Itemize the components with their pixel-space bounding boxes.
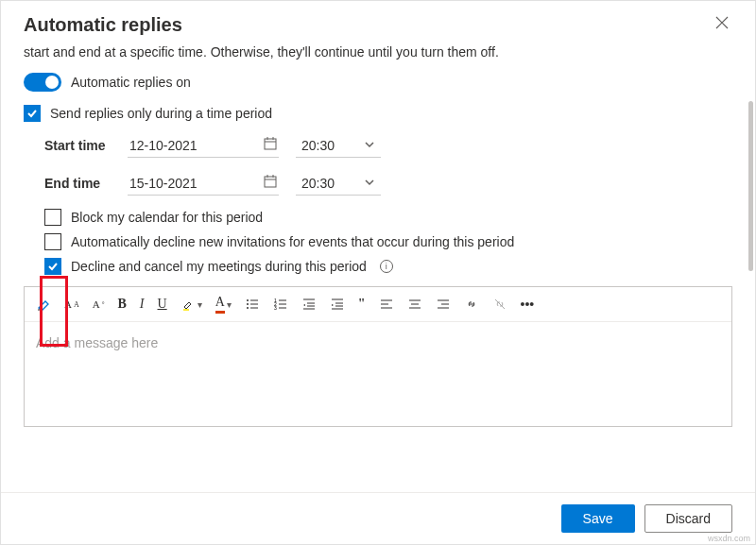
number-list-button[interactable]: 123 — [273, 297, 288, 312]
calendar-icon — [264, 175, 277, 191]
close-icon — [715, 16, 729, 29]
align-right-button[interactable] — [436, 297, 451, 312]
clear-format-button[interactable] — [36, 297, 51, 312]
indent-button[interactable] — [330, 297, 345, 312]
chevron-down-icon — [364, 138, 375, 153]
outdent-button[interactable] — [301, 297, 317, 312]
end-time-value: 20:30 — [301, 176, 335, 191]
auto-decline-checkbox[interactable] — [44, 233, 61, 250]
send-period-label: Send replies only during a time period — [50, 106, 272, 121]
svg-point-9 — [247, 299, 249, 301]
message-editor: AA A° B I U ▾ A▾ 123 " ••• Add a message… — [24, 286, 732, 427]
description-text: start and end at a specific time. Otherw… — [24, 44, 732, 60]
save-button[interactable]: Save — [561, 504, 635, 533]
bold-button[interactable]: B — [118, 297, 127, 312]
align-center-button[interactable] — [407, 297, 422, 312]
unlink-button[interactable] — [492, 297, 507, 312]
auto-replies-toggle[interactable] — [24, 73, 61, 92]
font-size-down-button[interactable]: A° — [93, 298, 105, 310]
underline-button[interactable]: U — [158, 297, 167, 312]
more-button[interactable]: ••• — [521, 297, 535, 312]
svg-point-11 — [247, 307, 249, 309]
start-date-input[interactable]: 12-10-2021 — [128, 133, 279, 158]
auto-decline-label: Automatically decline new invitations fo… — [71, 234, 514, 249]
italic-button[interactable]: I — [140, 297, 145, 312]
dialog-footer: Save Discard — [1, 492, 755, 544]
toggle-label: Automatic replies on — [71, 75, 191, 90]
start-time-input[interactable]: 20:30 — [296, 134, 381, 158]
calendar-icon — [264, 137, 277, 153]
dialog-body: start and end at a specific time. Otherw… — [1, 44, 755, 492]
block-calendar-checkbox[interactable] — [44, 209, 61, 226]
svg-text:3: 3 — [274, 305, 277, 311]
svg-rect-0 — [265, 139, 276, 149]
bullet-list-button[interactable] — [245, 297, 260, 312]
align-left-button[interactable] — [379, 297, 394, 312]
svg-line-38 — [495, 299, 505, 309]
start-time-value: 20:30 — [301, 138, 335, 153]
quote-button[interactable]: " — [358, 297, 366, 312]
dialog-title: Automatic replies — [24, 14, 182, 36]
end-time-input[interactable]: 20:30 — [296, 172, 381, 196]
automatic-replies-dialog: Automatic replies start and end at a spe… — [0, 0, 756, 545]
discard-button[interactable]: Discard — [644, 504, 732, 533]
svg-rect-4 — [265, 177, 276, 187]
watermark: wsxdn.com — [708, 534, 750, 543]
svg-rect-8 — [183, 309, 189, 311]
start-date-value: 12-10-2021 — [129, 138, 198, 153]
cancel-meetings-label: Decline and cancel my meetings during th… — [71, 259, 367, 274]
dialog-header: Automatic replies — [1, 1, 755, 44]
font-size-up-button[interactable]: AA — [64, 298, 79, 310]
chevron-down-icon — [364, 176, 375, 191]
send-period-checkbox[interactable] — [24, 105, 41, 122]
cancel-meetings-checkbox[interactable] — [44, 258, 61, 275]
font-color-button[interactable]: A▾ — [215, 295, 232, 314]
block-calendar-label: Block my calendar for this period — [71, 210, 263, 225]
start-time-label: Start time — [44, 138, 111, 153]
info-icon[interactable]: i — [380, 260, 393, 273]
end-time-label: End time — [44, 176, 111, 191]
end-date-value: 15-10-2021 — [129, 176, 198, 191]
svg-point-10 — [247, 303, 249, 305]
message-textarea[interactable]: Add a message here — [25, 322, 731, 426]
link-button[interactable] — [464, 297, 479, 312]
close-button[interactable] — [712, 12, 732, 37]
scrollbar[interactable] — [748, 101, 753, 271]
editor-toolbar: AA A° B I U ▾ A▾ 123 " ••• — [25, 287, 731, 322]
end-date-input[interactable]: 15-10-2021 — [128, 171, 279, 196]
highlight-button[interactable]: ▾ — [180, 297, 202, 312]
